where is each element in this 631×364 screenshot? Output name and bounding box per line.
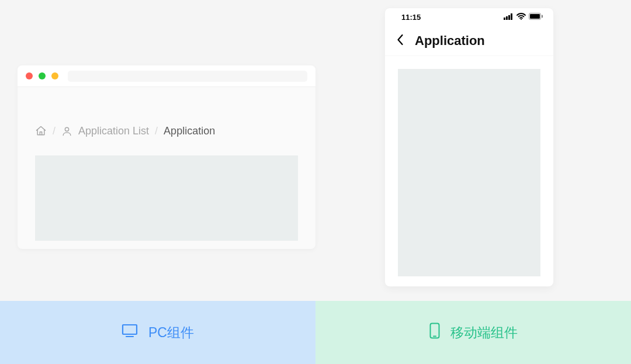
mobile-frame: 11:15 Application — [385, 8, 553, 286]
monitor-icon — [122, 324, 138, 341]
phone-icon — [429, 323, 440, 342]
svg-rect-4 — [511, 13, 512, 20]
window-close-dot[interactable] — [26, 72, 33, 79]
user-icon[interactable] — [61, 126, 72, 137]
cellular-icon — [504, 13, 514, 22]
window-zoom-dot[interactable] — [51, 72, 58, 79]
home-icon[interactable] — [35, 125, 47, 137]
mobile-header: Application — [385, 26, 553, 56]
svg-rect-3 — [508, 15, 510, 20]
content-placeholder — [35, 155, 298, 241]
mobile-page-title: Application — [415, 33, 485, 48]
svg-rect-1 — [504, 18, 505, 20]
status-time: 11:15 — [401, 13, 421, 22]
mobile-component-tab[interactable]: 移动端组件 — [316, 301, 631, 364]
svg-point-0 — [65, 127, 68, 131]
svg-point-5 — [521, 19, 522, 20]
breadcrumb-separator: / — [53, 125, 56, 137]
pc-component-label: PC组件 — [148, 324, 194, 342]
browser-tab-area — [18, 87, 316, 119]
breadcrumb-link-list[interactable]: Application List — [78, 125, 149, 137]
component-type-bar: PC组件 移动端组件 — [0, 301, 631, 364]
window-minimize-dot[interactable] — [39, 72, 46, 79]
wifi-icon — [516, 13, 526, 22]
pc-component-tab[interactable]: PC组件 — [0, 301, 316, 364]
svg-rect-2 — [506, 16, 508, 20]
svg-rect-9 — [123, 325, 137, 334]
pc-browser-frame: / Application List / Application — [18, 65, 316, 249]
content-placeholder — [398, 69, 540, 276]
browser-url-bar[interactable] — [68, 71, 307, 82]
browser-window-controls — [18, 65, 316, 87]
svg-rect-7 — [530, 14, 540, 19]
svg-rect-8 — [542, 15, 543, 18]
battery-icon — [529, 13, 543, 22]
status-bar: 11:15 — [385, 8, 553, 26]
breadcrumb: / Application List / Application — [18, 119, 316, 143]
breadcrumb-current: Application — [164, 125, 215, 137]
back-icon[interactable] — [396, 34, 404, 48]
mobile-component-label: 移动端组件 — [450, 324, 518, 342]
breadcrumb-separator: / — [155, 125, 158, 137]
